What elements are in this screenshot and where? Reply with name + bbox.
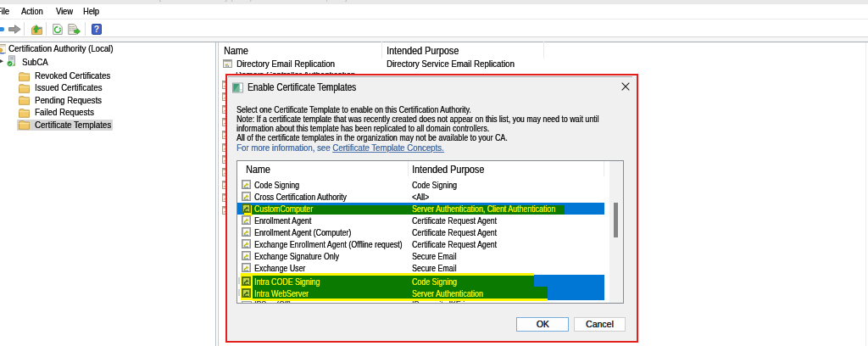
svg-text:?: ?	[93, 24, 98, 34]
